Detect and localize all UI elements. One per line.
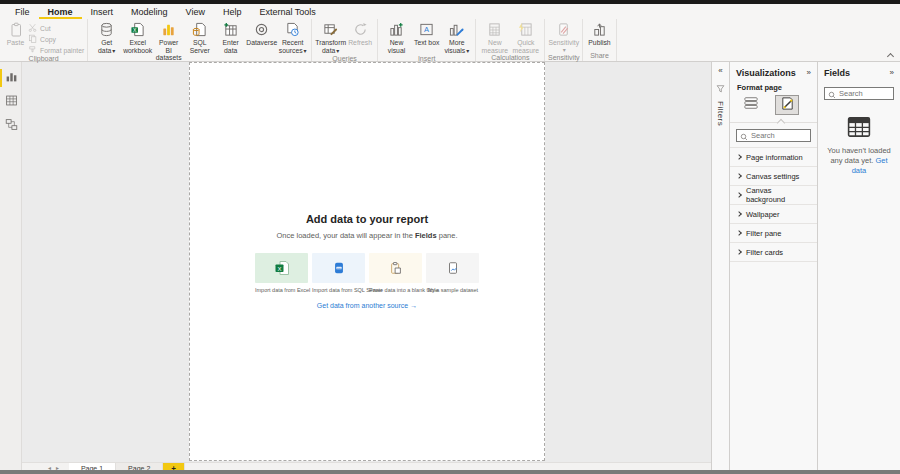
sql-card-icon: SQL [312, 253, 365, 283]
sql-server-button[interactable]: SQL Server [184, 21, 215, 54]
page-tab-2[interactable]: Page 2 [116, 463, 163, 470]
more-visuals-label: More visuals [444, 39, 465, 54]
recent-sources-icon [284, 21, 302, 38]
copy-icon [28, 34, 37, 44]
new-page-button[interactable]: + [163, 463, 185, 470]
chevron-right-icon [736, 173, 742, 179]
new-visual-button[interactable]: New visual [381, 21, 412, 54]
collapse-fields-icon[interactable]: » [890, 69, 894, 77]
refresh-button[interactable]: Refresh [346, 21, 374, 47]
new-measure-label: New measure [481, 39, 508, 54]
dataverse-button[interactable]: Dataverse [246, 21, 277, 47]
recent-sources-button[interactable]: Recent sources▾ [277, 21, 308, 55]
section-canvas-background[interactable]: Canvas background [730, 186, 817, 205]
new-visual-icon [388, 21, 406, 38]
collapse-visualizations-icon[interactable]: » [807, 69, 811, 77]
excel-workbook-button[interactable]: X Excel workbook [122, 21, 153, 54]
data-view-button[interactable] [0, 90, 22, 114]
fields-search-input[interactable] [839, 89, 890, 98]
format-painter-button[interactable]: Format painter [28, 45, 84, 55]
excel-workbook-label: Excel workbook [123, 39, 152, 54]
collapse-ribbon-icon[interactable] [887, 52, 894, 57]
more-visuals-button[interactable]: More visuals▾ [441, 21, 472, 55]
transform-data-button[interactable]: Transform data▾ [315, 21, 346, 55]
get-data-another-source-link[interactable]: Get data from another source → [190, 302, 544, 309]
format-sections: Page information Canvas settings Canvas … [730, 147, 817, 262]
import-excel-card[interactable]: X Import data from Excel [255, 253, 308, 293]
ribbon: Paste Cut Copy Format painter [0, 19, 900, 62]
section-filter-pane[interactable]: Filter pane [730, 224, 817, 243]
cut-button[interactable]: Cut [28, 23, 84, 33]
format-painter-icon [28, 45, 37, 55]
enter-data-button[interactable]: Enter data [215, 21, 246, 54]
menu-home[interactable]: Home [39, 6, 82, 19]
build-visual-tab[interactable] [739, 95, 763, 115]
get-data-button[interactable]: Get data▾ [91, 21, 122, 55]
visualizations-title: Visualizations [736, 68, 796, 78]
menu-help[interactable]: Help [214, 6, 251, 19]
fields-search[interactable] [824, 87, 894, 100]
visualizations-search[interactable] [736, 129, 811, 142]
ribbon-group-insert: New visual A Text box More visuals▾ Inse… [378, 19, 476, 61]
paste-button[interactable]: Paste [3, 21, 28, 47]
page-nav-arrows[interactable]: ◄► [47, 463, 69, 470]
more-visuals-icon [448, 21, 466, 38]
new-visual-label: New visual [383, 39, 410, 54]
menu-external-tools[interactable]: External Tools [250, 6, 324, 19]
group-label-share: Share [583, 52, 615, 61]
svg-text:A: A [424, 25, 429, 34]
visualizations-search-input[interactable] [751, 131, 807, 140]
sensitivity-button[interactable]: Sensitivity ▾ [548, 21, 579, 54]
svg-text:X: X [133, 27, 137, 33]
chevron-right-icon [736, 192, 742, 198]
dropdown-caret-icon: ▾ [112, 48, 115, 54]
model-view-button[interactable] [0, 114, 22, 138]
recent-sources-label: Recent sources [279, 39, 304, 54]
svg-text:SQL: SQL [336, 267, 341, 269]
canvas-surround: Add data to your report Once loaded, you… [22, 62, 711, 462]
arrow-right-icon: → [410, 302, 417, 309]
format-page-tab[interactable] [775, 95, 799, 115]
text-box-label: Text box [414, 39, 439, 47]
main-area: Add data to your report Once loaded, you… [0, 62, 900, 470]
report-view-icon [5, 69, 18, 87]
menu-file[interactable]: File [6, 6, 39, 19]
menu-insert[interactable]: Insert [82, 6, 123, 19]
quick-measure-button[interactable]: Quick measure [510, 21, 541, 54]
powerbi-datasets-button[interactable]: Power BI datasets [153, 21, 184, 62]
quick-measure-icon [517, 21, 535, 38]
excel-card-icon: X [255, 253, 308, 283]
sql-server-icon [191, 21, 209, 38]
paste-data-card[interactable]: Paste data into a blank table [369, 253, 422, 293]
section-filter-cards[interactable]: Filter cards [730, 243, 817, 262]
report-page-canvas[interactable]: Add data to your report Once loaded, you… [189, 62, 545, 461]
expand-filters-icon[interactable]: « [718, 67, 722, 75]
sensitivity-label: Sensitivity [549, 39, 580, 47]
paste-label: Paste [7, 39, 24, 47]
menu-bar: File Home Insert Modeling View Help Exte… [0, 4, 900, 19]
import-sql-card[interactable]: SQL Import data from SQL Server [312, 253, 365, 293]
chevron-right-icon [736, 230, 742, 236]
ribbon-group-sensitivity: Sensitivity ▾ Sensitivity [545, 19, 583, 61]
window-bottom-edge [0, 470, 900, 474]
publish-button[interactable]: Publish [586, 21, 612, 47]
text-box-button[interactable]: A Text box [412, 21, 441, 47]
paste-card-icon [369, 253, 422, 283]
section-wallpaper[interactable]: Wallpaper [730, 205, 817, 224]
menu-modeling[interactable]: Modeling [122, 6, 177, 19]
report-view-button[interactable] [0, 66, 22, 90]
section-canvas-settings[interactable]: Canvas settings [730, 167, 817, 186]
data-view-icon [5, 93, 18, 111]
dropdown-caret-icon: ▾ [466, 48, 469, 54]
menu-view[interactable]: View [177, 6, 214, 19]
sensitivity-icon [555, 21, 573, 38]
section-page-information[interactable]: Page information [730, 148, 817, 167]
data-source-cards: X Import data from Excel SQL Import data… [190, 253, 544, 293]
card-caption: Import data from Excel [255, 287, 308, 293]
sample-dataset-card[interactable]: Try a sample dataset [426, 253, 479, 293]
page-tab-1[interactable]: Page 1 [69, 463, 116, 470]
fields-empty-message: You haven’t loaded any data yet. Get dat… [818, 143, 900, 179]
new-measure-button[interactable]: New measure [479, 21, 510, 54]
copy-button[interactable]: Copy [28, 34, 84, 44]
database-icon [98, 21, 116, 38]
